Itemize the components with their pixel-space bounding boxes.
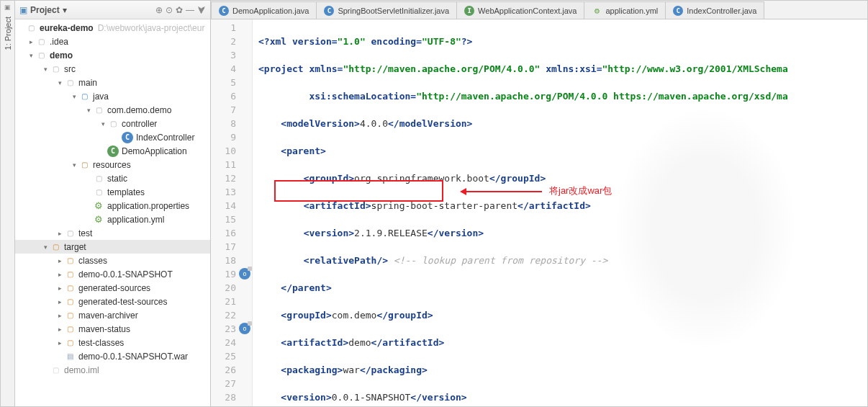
tool-tab-project[interactable]: 1: Project — [4, 17, 12, 50]
tab-demoapplication[interactable]: CDemoApplication.java — [211, 1, 317, 19]
code-content[interactable]: <?xml version="1.0" encoding="UTF-8"?> <… — [253, 19, 867, 406]
tree-root-path: D:\webwork\java-project\eur — [98, 23, 205, 33]
tab-webappcontext[interactable]: IWebApplicationContext.java — [456, 1, 584, 19]
annotation-text: 将jar改成war包 — [549, 184, 612, 197]
hide-icon[interactable]: ⮟ — [197, 5, 206, 15]
tree-pkg[interactable]: ▾▢com.demo.demo — [15, 103, 210, 117]
editor-tabs: CDemoApplication.java CSpringBootServlet… — [211, 1, 867, 19]
gutter-override-icon[interactable]: o — [239, 323, 250, 334]
tree-resources[interactable]: ▾▢resources — [15, 158, 210, 171]
locate-icon[interactable]: ⊙ — [166, 5, 173, 15]
line-gutter: 123 456 789 101112 131415 161718 192021 … — [211, 19, 253, 406]
tree-test-classes[interactable]: ▸▢test-classes — [15, 336, 210, 349]
tree-generated-sources[interactable]: ▸▢generated-sources — [15, 281, 210, 295]
tree-demo[interactable]: ▾▢demo — [15, 48, 210, 62]
tree-demo-snapshot[interactable]: ▸▢demo-0.0.1-SNAPSHOT — [15, 267, 210, 281]
project-header: ▣ Project ▾ ⊕ ⊙ ✿ — ⮟ — [15, 1, 210, 19]
tree-indexcontroller[interactable]: ▸CIndexController — [15, 130, 210, 144]
tree-target[interactable]: ▾▢target — [15, 240, 210, 254]
java-class-icon: C — [673, 6, 683, 16]
tree-static[interactable]: ▸▢static — [15, 171, 210, 185]
tree-demo-iml[interactable]: ▸▢demo.iml — [15, 363, 210, 377]
tool-tab-icon: ▣ — [4, 4, 11, 11]
tree-test[interactable]: ▸▢test — [15, 226, 210, 240]
tree-src[interactable]: ▾▢src — [15, 62, 210, 76]
project-view-icon: ▣ — [19, 5, 27, 15]
tree-java[interactable]: ▾▢java — [15, 89, 210, 103]
tree-war-file[interactable]: ▸▤demo-0.0.1-SNAPSHOT.war — [15, 349, 210, 363]
tree-controller[interactable]: ▾▢controller — [15, 117, 210, 130]
app-root: ▣ 1: Project ▣ Project ▾ ⊕ ⊙ ✿ — ⮟ ▾▢ eu… — [0, 0, 868, 407]
yaml-icon: ⚙ — [592, 6, 602, 16]
tab-applicationyml[interactable]: ⚙application.yml — [584, 1, 666, 19]
tree-appyml[interactable]: ▸⚙application.yml — [15, 213, 210, 226]
java-class-icon: C — [324, 6, 334, 16]
tree-root-label: eureka-demo — [40, 23, 94, 33]
settings-icon[interactable]: ✿ — [176, 5, 183, 15]
editor-area: CDemoApplication.java CSpringBootServlet… — [211, 1, 867, 406]
annotation-arrow — [463, 191, 542, 192]
tree-idea[interactable]: ▸▢.idea — [15, 35, 210, 48]
tree-generated-test-sources[interactable]: ▸▢generated-test-sources — [15, 295, 210, 308]
tree-classes[interactable]: ▸▢classes — [15, 254, 210, 267]
project-tree[interactable]: ▾▢ eureka-demo D:\webwork\java-project\e… — [15, 19, 210, 406]
tab-indexcontroller[interactable]: CIndexController.java — [665, 1, 764, 19]
tree-maven-archiver[interactable]: ▸▢maven-archiver — [15, 308, 210, 322]
code-editor[interactable]: 123 456 789 101112 131415 161718 192021 … — [211, 19, 867, 406]
tree-maven-status[interactable]: ▸▢maven-status — [15, 322, 210, 336]
tool-window-bar: ▣ 1: Project — [1, 1, 15, 406]
project-view-dropdown[interactable]: ▾ — [63, 5, 67, 15]
expand-all-icon[interactable]: ⊕ — [155, 5, 163, 15]
tree-appprops[interactable]: ▸⚙application.properties — [15, 199, 210, 213]
tree-demoapplication[interactable]: ▸CDemoApplication — [15, 144, 210, 158]
java-class-icon: C — [219, 6, 229, 16]
project-view-label[interactable]: Project — [30, 5, 60, 15]
gutter-override-icon[interactable]: o — [239, 268, 250, 279]
tab-springbootservlet[interactable]: CSpringBootServletInitializer.java — [316, 1, 457, 19]
tree-root[interactable]: ▾▢ eureka-demo D:\webwork\java-project\e… — [15, 21, 210, 35]
java-interface-icon: I — [464, 6, 474, 16]
tree-templates[interactable]: ▸▢templates — [15, 185, 210, 199]
project-pane: ▣ Project ▾ ⊕ ⊙ ✿ — ⮟ ▾▢ eureka-demo D:\… — [15, 1, 211, 406]
split-icon[interactable]: — — [186, 5, 194, 15]
tree-main[interactable]: ▾▢main — [15, 76, 210, 89]
